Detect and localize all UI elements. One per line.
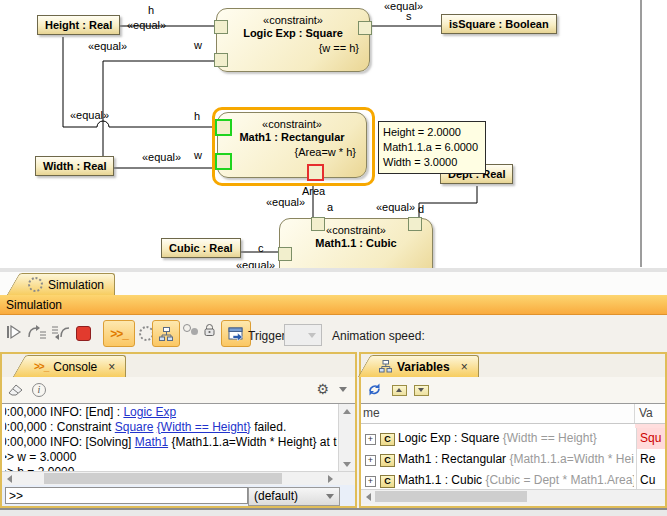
constraint-expression: {Cubic = Dept * Math1.Area} [485, 473, 634, 487]
console-link[interactable]: {Width == Height} [157, 420, 251, 434]
parametric-diagram[interactable]: Height : Real isSquare : Boolean Width :… [0, 0, 667, 268]
console-toggle-button[interactable]: >>_ [103, 320, 135, 347]
console-options-button[interactable]: ⚙ [316, 381, 329, 397]
console-input[interactable] [5, 487, 248, 504]
constraint-block-logic-exp[interactable]: «constraint» Logic Exp : Square {w == h} [216, 8, 370, 72]
tab-console[interactable]: >>_ Console × [28, 355, 126, 377]
pin-label-s: s [406, 10, 412, 22]
value-box-height[interactable]: Height : Real [37, 15, 120, 35]
console-output-area[interactable]: 0:00,000 INFO: [End] : Logic Exp0:00,000… [2, 403, 355, 472]
refresh-button[interactable] [367, 382, 382, 397]
trigger-dropdown[interactable] [284, 324, 322, 346]
close-icon[interactable]: × [108, 360, 115, 374]
value-box-issquare[interactable]: isSquare : Boolean [441, 14, 557, 34]
name-column-header[interactable]: me [363, 406, 380, 420]
port-h[interactable] [215, 119, 232, 136]
runtime-values-tooltip: Height = 2.0000 Math1.1.a = 6.0000 Width… [378, 121, 486, 174]
tree-expand-icon[interactable]: + [365, 476, 376, 487]
constraint-icon: C [380, 454, 395, 467]
variable-row[interactable]: +CMath1.1 : Cubic {Cubic = Dept * Math1.… [361, 470, 665, 491]
pin-label-h: h [194, 110, 200, 122]
column-separator[interactable] [634, 404, 635, 423]
chevron-down-icon [326, 494, 334, 499]
tab-label: Console [53, 360, 97, 374]
scroll-right-icon[interactable] [328, 475, 333, 483]
constraint-expression: {Area=w * h} [295, 146, 356, 158]
constraint-block-math1[interactable]: «constraint» Math1 : Rectangular {Area=w… [217, 112, 367, 178]
expand-all-button[interactable] [392, 385, 407, 396]
window-arrow-icon [228, 327, 245, 341]
pin-label-d: d [418, 203, 424, 215]
lock-icon [203, 323, 216, 338]
eraser-icon [8, 383, 25, 396]
equal-label: «equal» [376, 201, 415, 213]
tooltip-line: Width = 3.0000 [383, 155, 481, 170]
equal-label: «equal» [70, 109, 109, 121]
port-w[interactable] [215, 153, 232, 170]
console-vertical-scrollbar[interactable] [338, 404, 355, 472]
scroll-left-icon[interactable] [7, 475, 12, 483]
breakpoints-button[interactable] [182, 324, 198, 338]
variables-rows: +CLogic Exp : Square {Width == Height}Sq… [361, 428, 665, 491]
close-icon[interactable]: × [461, 360, 468, 374]
tree-expand-icon[interactable]: + [365, 434, 376, 445]
port-s[interactable] [358, 21, 372, 35]
hierarchy-icon [379, 360, 392, 373]
run-button[interactable] [5, 324, 22, 340]
scrollbar-thumb[interactable] [44, 473, 282, 484]
port-h[interactable] [214, 20, 228, 34]
console-link[interactable]: Math1 [135, 435, 168, 449]
step-into-button[interactable] [27, 324, 47, 340]
tree-expand-icon[interactable]: + [365, 455, 376, 466]
equal-label: «equal» [236, 259, 275, 268]
console-text: >> w = 3.0000 [5, 450, 76, 464]
scroll-down-icon[interactable] [343, 462, 351, 467]
stereotype-label: «constraint» [217, 14, 369, 26]
pin-label-area: Area [302, 185, 325, 197]
port-c[interactable] [278, 247, 292, 261]
variable-name: Logic Exp : Square {Width == Height} [398, 428, 634, 449]
info-icon: i [32, 383, 46, 397]
context-dropdown[interactable]: (default) [248, 487, 340, 506]
console-line: >> w = 3.0000 [5, 450, 337, 465]
collapse-all-button[interactable] [414, 385, 429, 396]
variable-row[interactable]: +CMath1 : Rectangular {Math1.1.a=Width *… [361, 449, 665, 470]
console-horizontal-scrollbar[interactable] [2, 471, 355, 486]
variables-horizontal-scrollbar[interactable] [361, 489, 665, 504]
variable-row[interactable]: +CLogic Exp : Square {Width == Height}Sq… [361, 428, 665, 449]
equal-label: «equal» [384, 0, 423, 12]
scrollbar-thumb[interactable] [375, 491, 527, 502]
scroll-left-icon[interactable] [366, 493, 371, 501]
console-link[interactable]: Square [115, 420, 154, 434]
console-line: 0:00,000 INFO: [Solving] Math1 {Math1.1.… [5, 435, 337, 450]
table-header[interactable]: me Va [361, 404, 665, 424]
variables-toggle-button[interactable] [152, 320, 180, 347]
tab-variables[interactable]: Variables × [373, 355, 479, 377]
constraint-block-math1-1[interactable]: «constraint» Math1.1 : Cubic [279, 218, 433, 268]
stop-button[interactable] [76, 326, 91, 341]
clear-console-button[interactable] [8, 383, 25, 396]
tooltip-line: Math1.1.a = 6.0000 [383, 140, 481, 155]
constraint-expression: {Math1.1.a=Width * Height} [509, 452, 634, 466]
scroll-up-icon[interactable] [343, 409, 351, 414]
panel-header: Simulation [0, 295, 667, 315]
port-a[interactable] [311, 217, 325, 231]
console-link[interactable]: Logic Exp [123, 405, 176, 419]
port-d[interactable] [408, 217, 422, 231]
step-over-button[interactable] [51, 324, 71, 340]
console-output: 0:00,000 INFO: [End] : Logic Exp0:00,000… [5, 405, 337, 471]
value-box-cubic[interactable]: Cubic : Real [161, 238, 241, 258]
lock-button[interactable] [203, 323, 216, 338]
info-button[interactable]: i [32, 383, 46, 397]
console-tab-row: >>_ Console × [2, 354, 355, 378]
auto-open-diagram-button[interactable] [221, 320, 251, 347]
refresh-icon [367, 382, 382, 397]
tab-simulation[interactable]: Simulation [22, 273, 115, 295]
console-text: 0:00,000 INFO: [Solving] [5, 435, 135, 449]
value-box-width[interactable]: Width : Real [35, 156, 114, 176]
value-column-header[interactable]: Va [639, 406, 653, 420]
port-area[interactable] [307, 164, 324, 181]
port-w[interactable] [214, 53, 228, 67]
options-caret-button[interactable] [339, 387, 347, 392]
pin-label-w: w [194, 39, 202, 51]
